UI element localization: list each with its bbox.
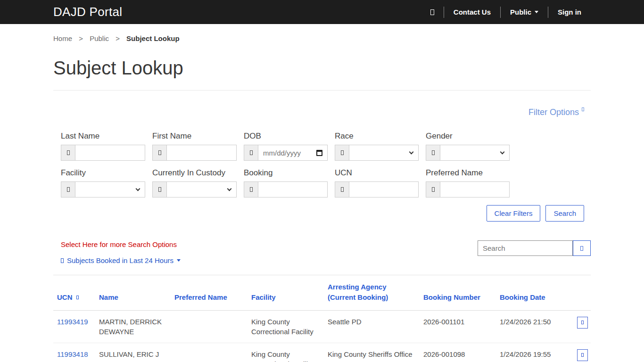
preferred-name-cell xyxy=(171,343,248,362)
column-header-facility[interactable]: Facility xyxy=(248,275,324,310)
caret-down-icon xyxy=(535,11,538,13)
chevron-down-icon xyxy=(136,187,140,191)
input-addon xyxy=(244,182,258,197)
nav-item-sign-in[interactable]: Sign in xyxy=(548,8,591,16)
filter-field-preferred-name: Preferred Name xyxy=(426,168,510,197)
row-action-button[interactable] xyxy=(577,317,588,329)
input-addon xyxy=(61,145,75,160)
search-icon xyxy=(580,246,583,251)
name-cell: SULLIVAN, ERIC J xyxy=(95,343,171,362)
input-addon-icon xyxy=(341,187,344,192)
input-addon xyxy=(61,182,75,197)
table-row: 11993418 SULLIVAN, ERIC J King County Co… xyxy=(53,343,591,362)
input-addon-icon xyxy=(67,150,70,155)
results-table: UCN Name Preferred Name Facility Arresti… xyxy=(53,275,591,362)
booking-number-cell: 2026-001098 xyxy=(420,343,496,362)
filter-field-ucn: UCN xyxy=(335,168,419,197)
input-addon-icon xyxy=(341,150,344,155)
input-addon xyxy=(244,145,258,160)
input-addon-icon xyxy=(432,150,435,155)
field-label: UCN xyxy=(335,168,419,178)
field-label: Last Name xyxy=(61,132,145,141)
list-icon xyxy=(61,258,64,263)
filter-field-first-name: First Name xyxy=(152,132,237,161)
top-navbar: DAJD Portal Contact Us Public Sign in xyxy=(0,0,644,24)
sort-icon[interactable] xyxy=(76,296,79,299)
booking-date-cell: 1/24/2026 21:50 xyxy=(496,310,573,343)
table-row: 11993419 MARTIN, DERRICK DEWAYNE King Co… xyxy=(53,310,591,343)
arresting-agency-cell: King County Sheriffs Office xyxy=(324,343,420,362)
clear-filters-button[interactable]: Clear Filters xyxy=(487,205,541,222)
nav-item-contact-us[interactable]: Contact Us xyxy=(444,8,500,16)
breadcrumb-separator: > xyxy=(74,34,88,42)
breadcrumb-public[interactable]: Public xyxy=(90,34,109,42)
table-search-button[interactable] xyxy=(573,240,591,256)
input-addon xyxy=(335,182,349,197)
navbar-glyph-button[interactable] xyxy=(421,9,444,15)
search-button[interactable]: Search xyxy=(545,205,584,222)
input-addon xyxy=(426,182,440,197)
row-action-icon xyxy=(581,353,584,357)
ucn-link[interactable]: 11993419 xyxy=(57,318,88,326)
brand-link[interactable]: DAJD Portal xyxy=(53,5,122,19)
filter-field-booking: Booking xyxy=(244,168,328,197)
gender-select[interactable] xyxy=(440,145,509,160)
input-addon-icon xyxy=(250,150,253,155)
booking-input[interactable] xyxy=(258,182,327,197)
date-placeholder: mm/dd/yyyy xyxy=(263,149,301,157)
facility-cell: King County Correctional Facility xyxy=(248,310,324,343)
input-addon-icon xyxy=(158,150,161,155)
field-label: Preferred Name xyxy=(426,168,510,178)
ucn-link[interactable]: 11993418 xyxy=(57,350,88,358)
field-label: Facility xyxy=(61,168,145,178)
navbar-menu: Contact Us Public Sign in xyxy=(421,7,591,18)
column-header-arresting-agency[interactable]: Arresting Agency (Current Booking) xyxy=(324,275,420,310)
filter-field-gender: Gender xyxy=(426,132,510,161)
input-addon xyxy=(153,182,167,197)
chevron-down-icon xyxy=(500,150,505,155)
arresting-agency-cell: Seattle PD xyxy=(324,310,420,343)
input-addon-icon xyxy=(158,187,161,192)
caret-down-icon xyxy=(177,259,181,262)
filter-field-facility: Facility xyxy=(61,168,145,197)
column-header-ucn[interactable]: UCN xyxy=(53,275,95,310)
column-header-booking-number[interactable]: Booking Number xyxy=(420,275,496,310)
field-label: First Name xyxy=(152,132,237,141)
row-action-button[interactable] xyxy=(577,349,588,361)
currently-in-custody-select[interactable] xyxy=(167,182,236,197)
page-title: Subject Lookup xyxy=(53,58,591,79)
subjects-booked-24h-dropdown[interactable]: Subjects Booked in Last 24 Hours xyxy=(61,256,181,264)
input-addon-icon xyxy=(250,187,253,192)
dob-date-input[interactable]: mm/dd/yyyy xyxy=(258,145,327,160)
calendar-icon[interactable] xyxy=(316,150,322,156)
row-action-icon xyxy=(581,321,584,324)
missing-glyph-icon xyxy=(430,9,434,15)
table-search-input[interactable] xyxy=(478,240,573,256)
column-header-name[interactable]: Name xyxy=(95,275,171,310)
breadcrumb-separator: > xyxy=(111,34,124,42)
filter-options-icon xyxy=(582,107,584,111)
column-header-actions xyxy=(573,275,591,310)
breadcrumb-current: Subject Lookup xyxy=(126,34,180,42)
breadcrumb-home[interactable]: Home xyxy=(53,34,72,42)
more-search-options-link[interactable]: Select Here for more Search Options xyxy=(61,240,181,248)
preferred-name-cell xyxy=(171,310,248,343)
input-addon xyxy=(426,145,440,160)
facility-select[interactable] xyxy=(75,182,145,197)
ucn-input[interactable] xyxy=(349,182,418,197)
preferred-name-input[interactable] xyxy=(440,182,509,197)
nav-item-public-dropdown[interactable]: Public xyxy=(501,8,548,16)
booking-date-cell: 1/24/2026 19:55 xyxy=(496,343,573,362)
filter-options-toggle[interactable]: Filter Options xyxy=(528,107,584,117)
last-name-input[interactable] xyxy=(75,145,145,160)
column-header-booking-date[interactable]: Booking Date xyxy=(496,275,573,310)
first-name-input[interactable] xyxy=(167,145,236,160)
field-label: Gender xyxy=(426,132,510,141)
facility-cell: King County Correctional Facility xyxy=(248,343,324,362)
input-addon-icon xyxy=(67,187,70,192)
chevron-down-icon xyxy=(409,150,414,155)
column-header-preferred-name[interactable]: Preferred Name xyxy=(171,275,248,310)
table-header-row: UCN Name Preferred Name Facility Arresti… xyxy=(53,275,591,310)
race-select[interactable] xyxy=(349,145,418,160)
name-cell: MARTIN, DERRICK DEWAYNE xyxy=(95,310,171,343)
